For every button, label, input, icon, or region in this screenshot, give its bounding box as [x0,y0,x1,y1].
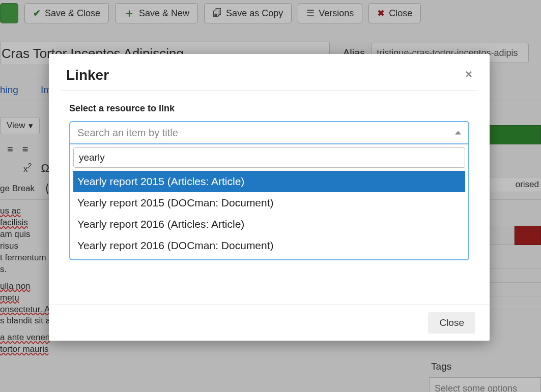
modal-footer: Close [49,305,490,341]
modal-close-icon[interactable]: × [465,67,472,81]
dropdown-option[interactable]: Yearly report 2016 (Articles: Article) [73,214,465,235]
select-resource-label: Select a resource to link [69,103,469,114]
modal-close-button[interactable]: Close [428,312,475,334]
dropdown-option[interactable]: Yearly report 2015 (Articles: Article) [73,171,465,192]
modal-body: Select a resource to link Search an item… [49,91,490,305]
dropdown-option[interactable]: Yearly report 2015 (DOCman: Document) [73,192,465,214]
dropdown-option-list: Yearly report 2015 (Articles: Article) Y… [73,171,465,256]
modal-header: Linker × [49,54,490,91]
combobox-placeholder: Search an item by title [77,127,178,139]
dropdown-search-input[interactable] [73,147,465,168]
modal-title: Linker [66,67,465,83]
resource-combobox[interactable]: Search an item by title [69,121,469,144]
resource-dropdown: Yearly report 2015 (Articles: Article) Y… [69,144,469,260]
caret-up-icon [455,131,461,135]
linker-modal: Linker × Select a resource to link Searc… [49,54,490,341]
dropdown-option[interactable]: Yearly report 2016 (DOCman: Document) [73,235,465,256]
